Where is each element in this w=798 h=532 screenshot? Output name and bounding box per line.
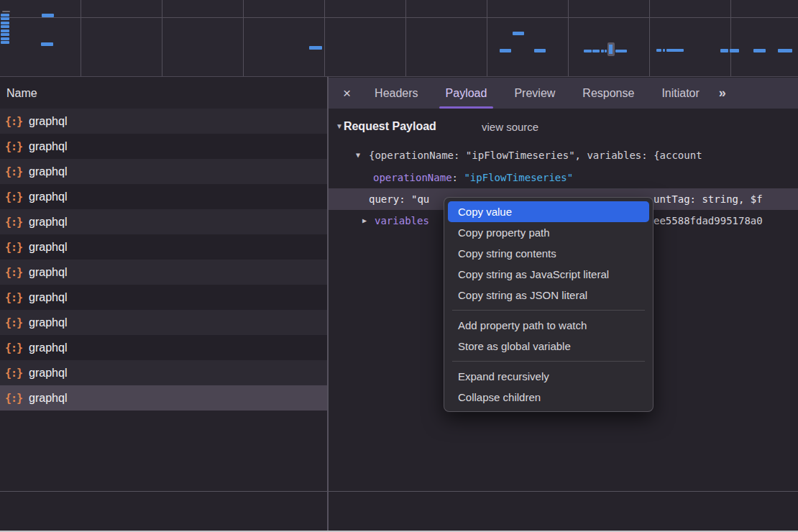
request-name: graphql	[29, 241, 67, 254]
timeline-gridline	[649, 0, 650, 76]
json-braces-icon: {:}	[5, 216, 22, 229]
request-timing-bar	[778, 49, 792, 52]
request-row[interactable]: {:}graphql	[0, 134, 327, 159]
request-timing-bar	[534, 49, 546, 52]
request-name: graphql	[29, 341, 67, 354]
timeline-gridline	[730, 0, 731, 76]
json-braces-icon: {:}	[5, 316, 22, 329]
request-name: graphql	[29, 316, 67, 329]
request-timing-bar	[513, 32, 524, 35]
menu-item-copy-property-path[interactable]: Copy property path	[448, 222, 649, 243]
request-timing-bar	[605, 50, 607, 52]
request-timing-bar	[1, 41, 9, 44]
request-timing-bar	[1, 25, 9, 28]
name-column-header[interactable]: Name	[0, 78, 327, 109]
detail-tabs: HeadersPayloadPreviewResponseInitiator	[361, 78, 713, 109]
timeline-gridline	[405, 0, 406, 76]
menu-item-copy-string-as-json-literal[interactable]: Copy string as JSON literal	[448, 285, 649, 306]
request-timing-bar	[592, 50, 600, 52]
json-braces-icon: {:}	[5, 341, 22, 354]
timeline-gridline	[243, 0, 244, 76]
request-timing-bar	[615, 50, 627, 52]
pending-request-bar	[2, 11, 10, 12]
request-row[interactable]: {:}graphql	[0, 335, 327, 360]
context-menu: Copy valueCopy property pathCopy string …	[444, 197, 653, 412]
close-icon[interactable]: ×	[329, 86, 361, 101]
request-timing-bar	[584, 50, 592, 52]
request-name: graphql	[29, 115, 67, 128]
tab-response[interactable]: Response	[569, 78, 648, 109]
tab-preview[interactable]: Preview	[500, 78, 569, 109]
request-row[interactable]: {:}graphql	[0, 260, 327, 285]
request-name: graphql	[29, 266, 67, 279]
request-row[interactable]: {:}graphql	[0, 360, 327, 385]
json-braces-icon: {:}	[5, 367, 22, 380]
menu-separator	[452, 361, 645, 362]
selected-request-marker	[607, 42, 615, 56]
request-name: graphql	[29, 291, 67, 304]
payload-root-row[interactable]: ▼ {operationName: "ipFlowTimeseries", va…	[329, 145, 798, 166]
menu-item-copy-string-contents[interactable]: Copy string contents	[448, 243, 649, 264]
variables-right-fragment: ee5588fdad995178a0	[653, 210, 763, 231]
request-timing-bar	[1, 22, 9, 24]
request-timing-bar	[41, 42, 53, 46]
operation-name-value: "ipFlowTimeseries"	[464, 172, 573, 183]
timeline-gridline	[568, 0, 569, 76]
request-row[interactable]: {:}graphql	[0, 234, 327, 260]
json-braces-icon: {:}	[5, 191, 22, 203]
tab-initiator[interactable]: Initiator	[648, 78, 712, 109]
menu-item-collapse-children[interactable]: Collapse children	[448, 387, 649, 408]
menu-item-copy-string-as-javascript-literal[interactable]: Copy string as JavaScript literal	[448, 264, 649, 285]
request-timing-bar	[1, 17, 9, 20]
request-timing-bar	[1, 14, 9, 17]
request-name: graphql	[29, 165, 67, 178]
timeline-gridline	[162, 0, 162, 76]
key-value-separator: :	[452, 172, 464, 183]
request-timing-bar	[500, 49, 511, 52]
request-timing-bar	[720, 49, 728, 52]
network-overview-timeline[interactable]	[0, 0, 798, 77]
collapse-triangle-icon[interactable]: ▼	[356, 145, 360, 166]
operation-name-key: operationName	[373, 172, 452, 183]
payload-root-preview: {operationName: "ipFlowTimeseries", vari…	[369, 145, 702, 166]
request-timing-bar	[601, 50, 604, 52]
request-timing-bar	[1, 29, 9, 32]
json-braces-icon: {:}	[5, 140, 22, 153]
menu-item-store-as-global-variable[interactable]: Store as global variable	[448, 336, 649, 357]
json-braces-icon: {:}	[5, 115, 22, 128]
request-row[interactable]: {:}graphql	[0, 310, 327, 335]
json-braces-icon: {:}	[5, 241, 22, 254]
request-timing-bar	[730, 49, 739, 52]
request-timing-bar	[666, 49, 684, 52]
request-row[interactable]: {:}graphql	[0, 109, 327, 134]
footer-divider	[0, 491, 798, 492]
variables-key: variables	[375, 210, 429, 231]
timeline-gridline	[487, 0, 487, 76]
json-braces-icon: {:}	[5, 165, 22, 178]
menu-item-add-property-path-to-watch[interactable]: Add property path to watch	[448, 315, 649, 336]
request-row[interactable]: {:}graphql	[0, 285, 327, 310]
timeline-gridline	[81, 0, 81, 76]
request-list-panel: Name {:}graphql{:}graphql{:}graphql{:}gr…	[0, 78, 327, 532]
request-timing-bar	[42, 14, 54, 17]
operation-name-row[interactable]: operationName: "ipFlowTimeseries"	[329, 167, 798, 188]
more-tabs-icon[interactable]: »	[719, 86, 725, 101]
menu-item-copy-value[interactable]: Copy value	[448, 201, 649, 222]
request-row[interactable]: {:}graphql	[0, 159, 327, 184]
devtools-network-panel: Name {:}graphql{:}graphql{:}graphql{:}gr…	[0, 0, 798, 532]
request-name: graphql	[29, 191, 67, 203]
request-timing-bar	[1, 37, 9, 40]
request-row[interactable]: {:}graphql	[0, 184, 327, 209]
query-right-fragment: untTag: string, $f	[653, 188, 763, 210]
json-braces-icon: {:}	[5, 392, 22, 405]
menu-item-expand-recursively[interactable]: Expand recursively	[448, 366, 649, 387]
request-name: graphql	[29, 392, 67, 405]
request-row[interactable]: {:}graphql	[0, 209, 327, 234]
json-braces-icon: {:}	[5, 291, 22, 304]
expand-triangle-icon[interactable]: ▶	[362, 210, 367, 231]
request-timing-bar	[663, 49, 665, 52]
request-name: graphql	[29, 216, 67, 229]
request-row[interactable]: {:}graphql	[0, 385, 327, 411]
tab-payload[interactable]: Payload	[432, 78, 501, 109]
tab-headers[interactable]: Headers	[361, 78, 431, 109]
